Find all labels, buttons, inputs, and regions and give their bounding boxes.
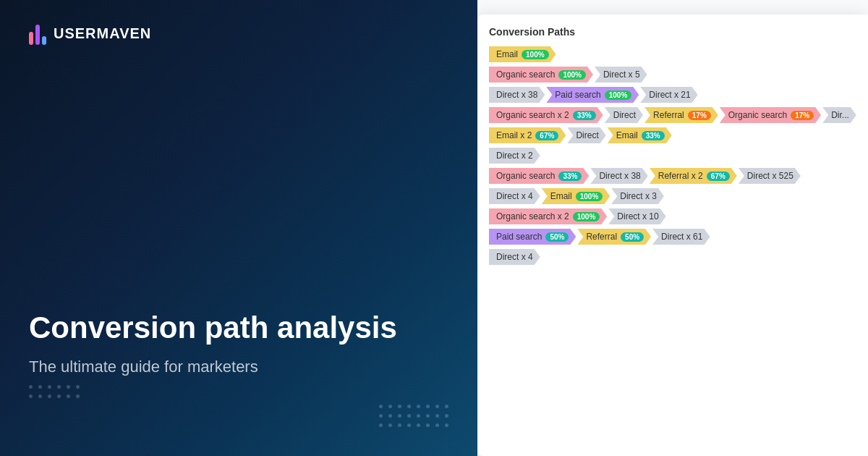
path-step: Email x 267% (489, 127, 566, 143)
path-row: Organic search x 2100%Direct x 10 (489, 208, 868, 224)
path-step: Direct x 5 (595, 67, 647, 83)
path-step: Direct x 21 (640, 87, 697, 103)
step-label: Direct x 38 (599, 171, 640, 181)
path-row: Organic search33%Direct x 38Referral x 2… (489, 168, 868, 184)
path-row: Organic search x 233%DirectReferral17%Or… (489, 107, 868, 123)
path-row: Direct x 4 (489, 249, 868, 265)
path-step: Direct x 38 (489, 87, 545, 103)
step-label: Email (550, 191, 572, 201)
path-step: Direct x 38 (590, 168, 647, 184)
step-badge: 67% (535, 131, 558, 140)
left-panel: USERMAVEN Conversion path analysis The u… (0, 0, 477, 456)
path-step: Direct x 525 (739, 168, 801, 184)
step-label: Referral (586, 232, 617, 242)
step-badge: 100% (522, 50, 549, 59)
step-label: Dir... (831, 110, 849, 120)
path-step: Organic search100% (489, 67, 593, 83)
step-label: Organic search x 2 (496, 110, 569, 120)
path-step: Email33% (608, 127, 672, 143)
step-label: Email (616, 130, 638, 140)
step-badge: 33% (573, 111, 596, 120)
path-step: Organic search x 2100% (489, 208, 607, 224)
conversion-card: Conversion Paths Email100%Organic search… (477, 14, 868, 456)
logo-bar-purple (35, 25, 40, 45)
path-row: Email100% (489, 46, 868, 62)
path-step: Direct x 61 (652, 229, 710, 245)
path-step: Paid search50% (489, 229, 576, 245)
step-badge: 100% (573, 212, 600, 221)
path-row: Direct x 4Email100%Direct x 3 (489, 188, 868, 204)
step-label: Direct x 61 (661, 232, 702, 242)
path-step: Paid search100% (546, 87, 639, 103)
step-label: Direct x 38 (496, 90, 537, 100)
paths-container: Email100%Organic search100%Direct x 5Dir… (489, 46, 868, 265)
step-label: Direct x 10 (617, 211, 658, 221)
step-label: Organic search (496, 69, 555, 80)
step-badge: 17% (688, 111, 711, 120)
path-step: Direct x 3 (611, 188, 664, 204)
path-step: Email100% (489, 46, 556, 62)
step-badge: 100% (576, 192, 603, 201)
step-label: Direct x 4 (496, 252, 533, 262)
path-step: Direct x 10 (608, 208, 665, 224)
path-row: Direct x 38Paid search100%Direct x 21 (489, 87, 868, 103)
step-label: Email (496, 49, 518, 59)
logo: USERMAVEN (29, 22, 448, 45)
path-step: Direct x 4 (489, 249, 540, 265)
step-label: Referral (653, 110, 684, 120)
path-row: Direct x 2 (489, 148, 868, 164)
logo-icon (29, 22, 46, 45)
step-badge: 50% (545, 232, 569, 242)
path-step: Referral x 267% (650, 168, 737, 184)
path-step: Referral50% (577, 229, 651, 245)
step-label: Direct x 525 (747, 171, 793, 181)
step-badge: 100% (558, 70, 586, 80)
path-row: Email x 267%DirectEmail33% (489, 127, 868, 143)
step-label: Direct x 3 (620, 191, 657, 201)
decorative-dots-left (29, 385, 80, 398)
path-step: Direct (567, 127, 605, 143)
card-title: Conversion Paths (489, 26, 868, 38)
step-label: Email x 2 (496, 130, 532, 140)
decorative-dots-right (379, 405, 448, 427)
step-label: Direct x 2 (496, 151, 533, 161)
page-title: Conversion path analysis (29, 310, 448, 346)
step-label: Direct x 5 (603, 69, 640, 80)
path-step: Dir... (822, 107, 856, 123)
path-row: Paid search50%Referral50%Direct x 61 (489, 229, 868, 245)
step-badge: 33% (642, 131, 665, 140)
step-badge: 33% (558, 172, 582, 181)
step-label: Paid search (555, 90, 600, 100)
path-step: Organic search33% (489, 168, 589, 184)
path-step: Direct (605, 107, 643, 123)
logo-bar-pink (29, 32, 33, 45)
step-badge: 50% (621, 232, 644, 242)
step-label: Referral x 2 (658, 171, 703, 181)
path-step: Direct x 2 (489, 148, 540, 164)
step-label: Direct (576, 130, 598, 140)
logo-bar-blue (42, 36, 46, 45)
path-step: Direct x 4 (489, 188, 540, 204)
page-subtitle: The ultimate guide for marketers (29, 358, 448, 376)
path-step: Referral17% (644, 107, 718, 123)
step-badge: 67% (707, 172, 730, 181)
logo-text: USERMAVEN (54, 25, 151, 42)
step-badge: 100% (605, 90, 632, 100)
step-badge: 17% (791, 111, 814, 120)
step-label: Organic search (496, 171, 555, 181)
step-label: Direct x 4 (496, 191, 533, 201)
step-label: Direct (613, 110, 636, 120)
step-label: Organic search x 2 (496, 211, 569, 221)
step-label: Paid search (496, 232, 542, 242)
path-step: Email100% (542, 188, 610, 204)
step-label: Organic search (728, 110, 787, 120)
path-step: Organic search17% (720, 107, 821, 123)
path-step: Organic search x 233% (489, 107, 603, 123)
step-label: Direct x 21 (649, 90, 690, 100)
path-row: Organic search100%Direct x 5 (489, 67, 868, 83)
right-panel: Conversion Paths Email100%Organic search… (477, 0, 868, 456)
